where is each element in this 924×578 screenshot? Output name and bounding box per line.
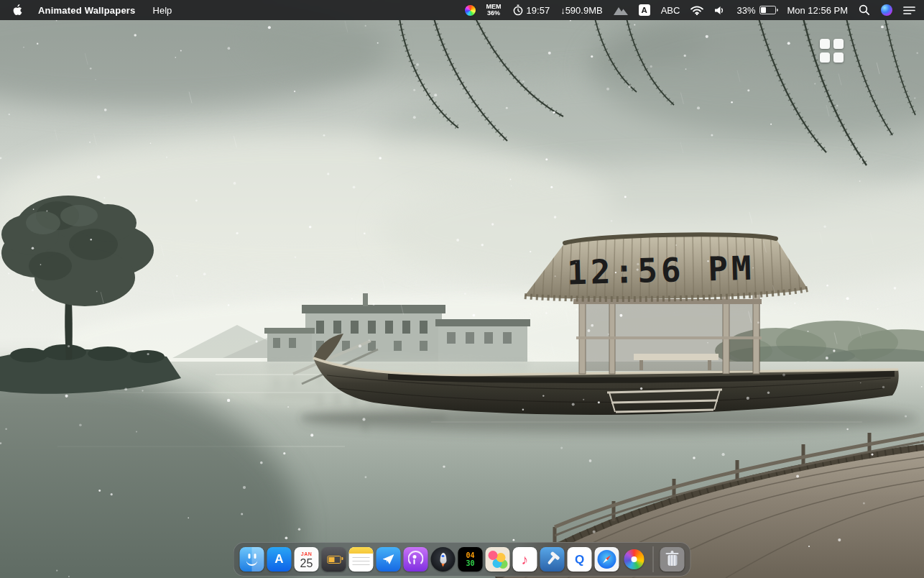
dock-music-icon[interactable]: ♪ xyxy=(513,547,537,572)
volume-icon[interactable] xyxy=(714,6,726,15)
app-store-letter: A xyxy=(274,552,283,566)
wallpaper-scene: 12:56 PM xyxy=(0,0,924,578)
mountain-statusbar-icon[interactable] xyxy=(614,5,628,15)
stickers-glyph xyxy=(489,551,498,560)
finder-face xyxy=(249,554,251,559)
launchpad-tile xyxy=(820,39,830,49)
memory-status-item[interactable]: MEM 36% xyxy=(486,4,502,17)
launchpad-tile xyxy=(833,39,844,49)
dock-wallpapers-app-icon[interactable] xyxy=(622,547,647,572)
dock-notes-icon[interactable] xyxy=(349,547,374,572)
dock-trash-icon[interactable] xyxy=(660,547,685,572)
apple-menu[interactable] xyxy=(9,4,29,16)
podcasts-person xyxy=(412,555,416,559)
notification-center-icon[interactable] xyxy=(903,6,915,15)
input-source-icon[interactable]: A xyxy=(639,4,650,16)
calendar-day: 25 xyxy=(300,557,313,569)
timer-status-item[interactable]: 19:57 xyxy=(512,4,550,16)
dock-date-app-icon[interactable]: 04 30 xyxy=(458,547,483,572)
dock-q-app-icon[interactable]: Q xyxy=(568,547,592,572)
hammer-glyph xyxy=(548,554,557,565)
dock-safari-icon[interactable] xyxy=(595,547,619,572)
launchpad-grid-button[interactable] xyxy=(820,39,844,63)
apple-logo-icon xyxy=(13,4,22,16)
siri-icon[interactable] xyxy=(881,4,892,16)
battery-icon xyxy=(759,6,776,14)
dock-separator xyxy=(653,546,654,572)
pavilion-clock-text: 12:56 PM xyxy=(566,249,755,293)
safari-needle xyxy=(599,551,615,568)
color-pinwheel-glyph xyxy=(624,549,645,569)
network-throughput-item[interactable]: ↓590.9MB xyxy=(560,5,603,16)
search-icon[interactable] xyxy=(859,4,870,16)
battery-status-item[interactable]: 33% xyxy=(736,5,776,16)
dock-stickers-icon[interactable] xyxy=(486,547,510,572)
trash-glyph xyxy=(667,555,677,566)
battery-percent: 33% xyxy=(736,5,755,16)
menu-bar-status-area: MEM 36% 19:57 ↓590.9MB A ABC xyxy=(465,4,915,17)
dock-app-store-icon[interactable]: A xyxy=(267,547,292,572)
network-down-value: ↓590.9MB xyxy=(560,5,603,16)
timer-value: 19:57 xyxy=(527,5,550,16)
clock-icon xyxy=(512,4,524,16)
music-note-glyph: ♪ xyxy=(522,553,529,566)
dock-tools-app-icon[interactable] xyxy=(540,547,565,572)
rocket-glyph xyxy=(440,553,446,564)
menu-bar: Animated Wallpapers Help MEM 36% 19:57 ↓… xyxy=(0,0,924,20)
dock-podcasts-icon[interactable] xyxy=(404,547,428,572)
launchpad-tile xyxy=(833,52,844,63)
calendar-month: JAN xyxy=(301,551,313,557)
dock-finder-icon[interactable] xyxy=(240,547,264,572)
podcasts-ring xyxy=(408,551,424,566)
menu-bar-left: Animated Wallpapers Help xyxy=(9,4,180,16)
menubar-clock[interactable]: Mon 12:56 PM xyxy=(787,5,848,16)
date-app-top: 04 xyxy=(466,551,474,559)
memory-value: 36% xyxy=(487,10,500,17)
battery-glyph xyxy=(327,556,341,564)
help-menu[interactable]: Help xyxy=(144,5,181,16)
active-app-menu[interactable]: Animated Wallpapers xyxy=(29,5,144,16)
safari-compass xyxy=(598,550,616,569)
date-app-bottom: 30 xyxy=(466,559,474,567)
input-layout-label[interactable]: ABC xyxy=(661,5,680,16)
dock-blue-app-icon[interactable] xyxy=(376,547,401,572)
dock-calendar-icon[interactable]: JAN 25 xyxy=(295,547,319,572)
dock-rocket-app-icon[interactable] xyxy=(431,547,456,572)
dock: A JAN 25 04 30 ♪ Q xyxy=(234,542,691,577)
wallpaper-app-statusbar-icon[interactable] xyxy=(465,5,476,16)
dock-battery-widget-icon[interactable] xyxy=(322,547,346,572)
paper-plane-glyph xyxy=(383,554,394,564)
launchpad-tile xyxy=(820,52,830,63)
q-app-letter: Q xyxy=(575,554,584,566)
wifi-icon[interactable] xyxy=(690,5,703,15)
